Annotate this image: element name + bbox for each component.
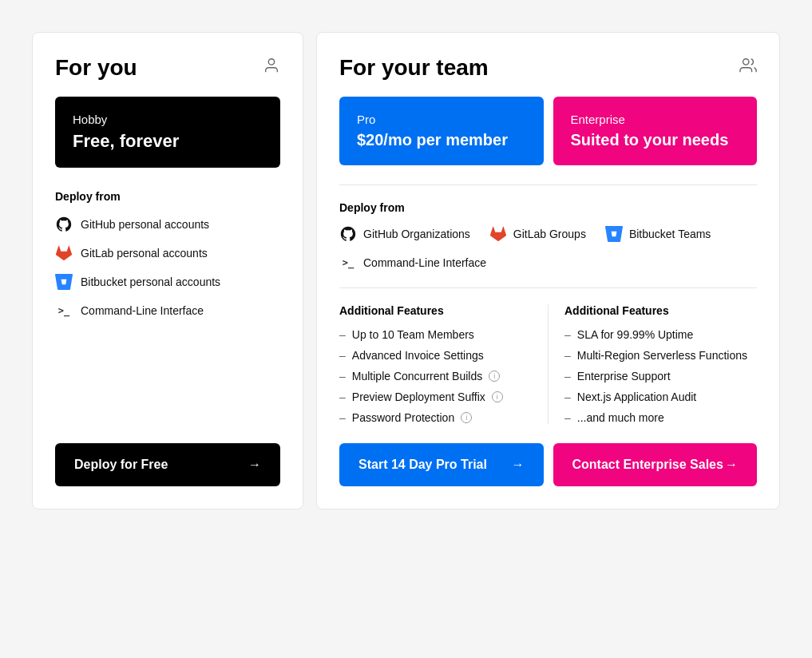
github-icon: [339, 225, 357, 243]
enterprise-sales-arrow: →: [725, 458, 738, 472]
for-you-header: For you: [55, 55, 280, 81]
feature-label: SLA for 99.99% Uptime: [577, 328, 694, 341]
github-icon: [55, 216, 73, 233]
plan-tiles: Pro $20/mo per member Enterprise Suited …: [339, 97, 757, 165]
enterprise-sales-button[interactable]: Contact Enterprise Sales →: [553, 443, 758, 486]
user-icon: [263, 57, 280, 79]
list-item: – Up to 10 Team Members: [339, 328, 532, 341]
cli-team-label: Command-Line Interface: [363, 256, 486, 269]
for-team-title: For your team: [339, 55, 489, 81]
list-item: – Enterprise Support: [564, 370, 757, 383]
enterprise-features-title: Additional Features: [564, 304, 757, 317]
list-item: GitLab Groups: [489, 225, 586, 243]
cli-personal-label: Command-Line Interface: [81, 304, 204, 317]
feature-label: Enterprise Support: [577, 370, 671, 383]
for-you-title: For you: [55, 55, 137, 81]
enterprise-sales-label: Contact Enterprise Sales: [572, 458, 723, 472]
enterprise-features-col: Additional Features – SLA for 99.99% Upt…: [548, 304, 757, 424]
pro-features-list: – Up to 10 Team Members – Advanced Invoi…: [339, 328, 532, 424]
list-item: – Next.js Application Audit: [564, 390, 757, 403]
info-icon[interactable]: i: [489, 371, 500, 382]
svg-point-1: [743, 59, 749, 65]
bitbucket-teams-label: Bitbucket Teams: [629, 228, 711, 240]
for-team-card: For your team Pro $20/mo per member Ente…: [316, 32, 780, 509]
gitlab-icon: [489, 225, 507, 243]
hobby-label: Hobby: [73, 113, 263, 126]
info-icon[interactable]: i: [461, 412, 472, 423]
list-item: GitLab personal accounts: [55, 244, 280, 262]
github-orgs-label: GitHub Organizations: [363, 228, 470, 240]
pro-plan-label: Pro: [357, 113, 526, 126]
list-item: – Advanced Invoice Settings: [339, 349, 532, 362]
list-item: >_ Command-Line Interface: [339, 254, 757, 272]
enterprise-plan-label: Enterprise: [571, 113, 740, 126]
feature-label: Multiple Concurrent Builds: [352, 370, 482, 383]
for-team-header: For your team: [339, 55, 757, 81]
team-deploy-section: Deploy from GitHub Organizations: [339, 184, 757, 272]
bitbucket-icon: [605, 225, 623, 243]
deploy-free-button[interactable]: Deploy for Free →: [55, 443, 280, 486]
team-deploy-heading: Deploy from: [339, 201, 757, 214]
github-personal-label: GitHub personal accounts: [81, 218, 209, 231]
additional-features-section: Additional Features – Up to 10 Team Memb…: [339, 287, 757, 424]
cli-icon: >_: [339, 254, 357, 272]
svg-point-0: [268, 59, 274, 65]
hobby-box: Hobby Free, forever: [55, 97, 280, 168]
list-item: >_ Command-Line Interface: [55, 302, 280, 319]
pro-plan-tile: Pro $20/mo per member: [339, 97, 544, 165]
deploy-from-heading: Deploy from: [55, 190, 280, 203]
info-icon[interactable]: i: [492, 391, 503, 402]
for-you-card: For you Hobby Free, forever Deploy from: [32, 32, 303, 509]
hobby-price: Free, forever: [73, 131, 263, 152]
gitlab-groups-label: GitLab Groups: [513, 228, 586, 240]
deploy-free-label: Deploy for Free: [74, 458, 168, 472]
team-deploy-list: GitHub Organizations GitLab Groups: [339, 225, 757, 272]
list-item: – Multi-Region Serverless Functions: [564, 349, 757, 362]
deploy-free-arrow: →: [248, 458, 261, 472]
list-item: Bitbucket Teams: [605, 225, 711, 243]
list-item: Bitbucket personal accounts: [55, 273, 280, 291]
pro-features-title: Additional Features: [339, 304, 532, 317]
enterprise-plan-price: Suited to your needs: [571, 131, 740, 149]
bitbucket-icon: [55, 273, 73, 291]
pro-plan-price: $20/mo per member: [357, 131, 526, 149]
feature-label: Password Protection: [352, 411, 454, 424]
list-item: – SLA for 99.99% Uptime: [564, 328, 757, 341]
deploy-sources-list: GitHub personal accounts GitLab personal…: [55, 216, 280, 319]
feature-label: Next.js Application Audit: [577, 390, 696, 403]
feature-label: Advanced Invoice Settings: [352, 349, 484, 362]
pro-trial-label: Start 14 Day Pro Trial: [358, 458, 487, 472]
bitbucket-personal-label: Bitbucket personal accounts: [81, 275, 220, 288]
gitlab-personal-label: GitLab personal accounts: [81, 247, 208, 260]
list-item: GitHub personal accounts: [55, 216, 280, 233]
list-item: – Password Protection i: [339, 411, 532, 424]
pro-trial-button[interactable]: Start 14 Day Pro Trial →: [339, 443, 544, 486]
list-item: – Preview Deployment Suffix i: [339, 390, 532, 403]
pro-features-col: Additional Features – Up to 10 Team Memb…: [339, 304, 548, 424]
list-item: – Multiple Concurrent Builds i: [339, 370, 532, 383]
cli-icon: >_: [55, 302, 73, 319]
users-icon: [739, 57, 757, 79]
enterprise-features-list: – SLA for 99.99% Uptime – Multi-Region S…: [564, 328, 757, 424]
feature-label: Preview Deployment Suffix: [352, 390, 485, 403]
list-item: GitHub Organizations: [339, 225, 470, 243]
feature-label: Up to 10 Team Members: [352, 328, 474, 341]
list-item: – ...and much more: [564, 411, 757, 424]
feature-label: Multi-Region Serverless Functions: [577, 349, 747, 362]
feature-label: ...and much more: [577, 411, 664, 424]
pro-trial-arrow: →: [512, 458, 525, 472]
enterprise-plan-tile: Enterprise Suited to your needs: [553, 97, 758, 165]
gitlab-icon: [55, 244, 73, 262]
action-buttons: Start 14 Day Pro Trial → Contact Enterpr…: [339, 443, 757, 486]
